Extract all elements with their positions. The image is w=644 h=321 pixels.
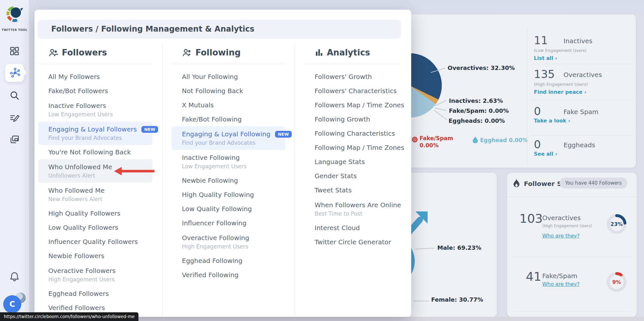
following-icon	[183, 48, 192, 57]
menu-item[interactable]: Overactive Followers High Engagement Use…	[38, 263, 152, 287]
following-column-header: Following	[172, 45, 285, 60]
menu-item[interactable]: Following Growth	[304, 112, 401, 126]
menu-item[interactable]: Overactive Following High Engagement Use…	[172, 230, 285, 254]
followers-column-header: Followers	[38, 45, 152, 60]
menu-item[interactable]: Twitter Circle Generator	[304, 235, 401, 249]
menu-item[interactable]: You're Not Following Back	[38, 145, 152, 159]
menu-item[interactable]: Followers' Growth	[304, 70, 401, 84]
compose-pencil-icon[interactable]	[9, 112, 20, 123]
notifications-bell-icon[interactable]	[9, 271, 20, 282]
menu-item[interactable]: Engaging & Loyal FollowingNEW Find your …	[172, 126, 285, 150]
red-arrow-pointer	[114, 167, 156, 175]
menu-item[interactable]: When Followers Are Online Best Time to P…	[304, 197, 401, 221]
menu-item[interactable]: Engaging & Loyal FollowersNEW Find your …	[38, 122, 152, 145]
menu-item[interactable]: Verified Following	[172, 268, 285, 282]
menu-item[interactable]: Tweet Stats	[304, 183, 401, 197]
menu-item[interactable]: Fake/Bot Following	[172, 112, 285, 126]
menu-item[interactable]: Following Map / Time Zones	[304, 141, 401, 155]
followers-menu-list: All My Followers Fake/Bot Followers Inac…	[38, 70, 152, 315]
circleboom-logo[interactable]	[6, 6, 23, 23]
menu-item[interactable]: Inactive Followers Low Engagement Users	[38, 98, 152, 122]
followers-column: Followers All My Followers Fake/Bot Foll…	[38, 45, 152, 315]
following-column: Following All Your Following Not Followi…	[172, 45, 285, 282]
logo-label: TWITTER TOOL	[0, 28, 29, 32]
analytics-menu-list: Followers' Growth Followers' Characteris…	[304, 70, 401, 249]
menu-item[interactable]: High Quality Followers	[38, 206, 152, 220]
menu-item[interactable]: High Quality Following	[172, 188, 285, 202]
mega-menu-overlay: Followers / Following Management & Analy…	[34, 10, 411, 317]
menu-item[interactable]: Gender Stats	[304, 169, 401, 183]
dashboard-icon[interactable]	[9, 45, 20, 57]
menu-item[interactable]: Egghead Followers	[38, 287, 152, 301]
menu-item[interactable]: Low Quality Followers	[38, 220, 152, 235]
overlay-header: Followers / Following Management & Analy…	[38, 20, 401, 39]
page-title: Followers / Following Management & Analy…	[51, 20, 254, 39]
following-menu-list: All Your Following Not Following Back X …	[172, 70, 285, 282]
followers-icon	[49, 48, 58, 57]
menu-item[interactable]: Who Unfollowed Me Unfollowers Alert	[38, 159, 152, 183]
menu-item[interactable]: Interest Cloud	[304, 221, 401, 235]
menu-item[interactable]: Followers' Characteristics	[304, 84, 401, 98]
menu-item[interactable]: Who Followed Me New Followers Alert	[38, 183, 152, 206]
search-icon[interactable]	[9, 90, 20, 101]
new-badge: NEW	[141, 126, 158, 133]
menu-item[interactable]: All My Followers	[38, 70, 152, 84]
avatar[interactable]: C	[3, 295, 21, 313]
menu-item[interactable]: Influencer Following	[172, 216, 285, 230]
menu-item[interactable]: Influencer Quality Followers	[38, 235, 152, 249]
menu-item[interactable]: X Mutuals	[172, 98, 285, 112]
network-hub-icon[interactable]	[9, 67, 21, 79]
menu-item[interactable]: Fake/Bot Followers	[38, 84, 152, 98]
menu-item[interactable]: Low Quality Following	[172, 202, 285, 216]
menu-item[interactable]: All Your Following	[172, 70, 285, 84]
menu-item[interactable]: Not Following Back	[172, 84, 285, 98]
menu-item[interactable]: Newbie Following	[172, 173, 285, 188]
new-badge: NEW	[275, 131, 292, 138]
analytics-column-header: Analytics	[304, 45, 401, 60]
menu-item[interactable]: Following Characteristics	[304, 126, 401, 141]
sidebar: TWITTER TOOL	[0, 0, 29, 321]
menu-item[interactable]: Language Stats	[304, 155, 401, 169]
menu-item[interactable]: Followers Map / Time Zones	[304, 98, 401, 112]
menu-item[interactable]: Egghead Following	[172, 254, 285, 268]
menu-item[interactable]: Inactive Following Low Engagement Users	[172, 150, 285, 173]
analytics-column: Analytics Followers' Growth Followers' C…	[304, 45, 401, 249]
layers-copy-icon[interactable]	[9, 134, 20, 145]
analytics-icon	[315, 49, 323, 56]
menu-item[interactable]: Newbie Followers	[38, 249, 152, 263]
status-bar-url: https://twitter.circleboom.com/followers…	[0, 312, 138, 321]
